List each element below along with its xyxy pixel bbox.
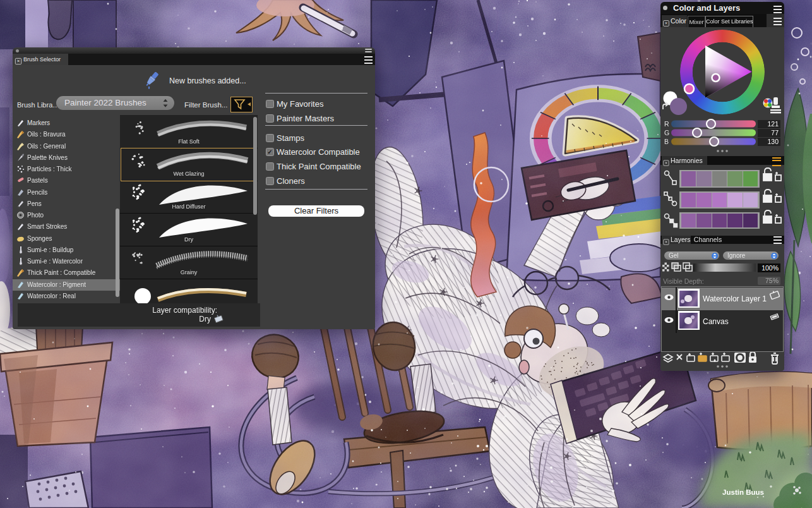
svg-text:Justin Buus: Justin Buus xyxy=(722,488,764,496)
